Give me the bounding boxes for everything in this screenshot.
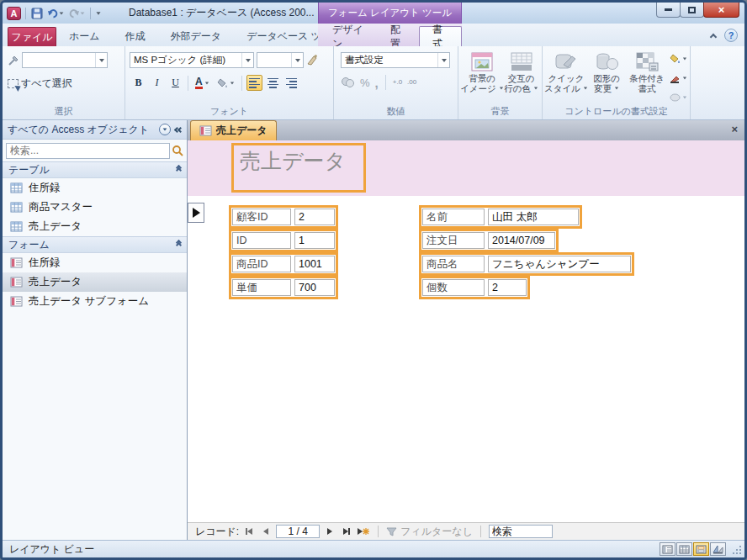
field-label[interactable]: 商品ID <box>232 256 291 272</box>
tab-external-data[interactable]: 外部データ <box>158 27 235 46</box>
nav-section-tables[interactable]: テーブル <box>3 161 187 178</box>
field-label[interactable]: ID <box>232 232 291 249</box>
field-row-shouhinmei[interactable]: 商品名 フニちゃんシャンプー <box>419 252 634 276</box>
help-button[interactable]: ? <box>724 29 738 42</box>
tab-create[interactable]: 作成 <box>113 27 158 46</box>
field-value[interactable]: 2 <box>294 209 335 225</box>
tab-format[interactable]: 書式 <box>419 26 462 46</box>
nav-item-form-juushoroku[interactable]: 住所録 <box>3 253 187 272</box>
tab-file[interactable]: ファイル <box>8 27 56 46</box>
record-search-input[interactable] <box>489 525 553 538</box>
layout-view-button[interactable] <box>693 542 709 556</box>
object-selector-icon <box>8 55 19 66</box>
align-left-button[interactable] <box>246 75 262 91</box>
search-icon[interactable] <box>172 145 183 156</box>
nav-item-form-uriage-subform[interactable]: 売上データ サブフォーム <box>3 292 187 311</box>
tab-design[interactable]: デザイン <box>320 27 378 46</box>
field-value[interactable]: 2 <box>488 279 527 296</box>
field-value[interactable]: 700 <box>294 279 335 296</box>
datasheet-view-button[interactable] <box>676 542 692 556</box>
tab-arrange[interactable]: 配置 <box>378 27 419 46</box>
access-app-icon[interactable]: A <box>7 7 21 20</box>
conditional-formatting-button[interactable]: 条件付き 書式 <box>627 49 667 109</box>
tab-home[interactable]: ホーム <box>56 27 113 46</box>
quick-styles-button[interactable]: クイック スタイル <box>546 49 586 109</box>
document-close-button[interactable]: × <box>731 124 738 135</box>
form-title-control[interactable]: 売上データ <box>231 143 366 193</box>
align-left-icon <box>249 78 260 88</box>
form-view-button[interactable] <box>660 542 675 556</box>
decrease-decimals-icon: .00 <box>407 79 416 86</box>
document-tab-uriage-data[interactable]: 売上データ <box>190 120 277 140</box>
field-row-tanka[interactable]: 単価 700 <box>229 276 338 299</box>
undo-button[interactable] <box>46 6 65 21</box>
field-label[interactable]: 商品名 <box>422 256 485 272</box>
save-button[interactable] <box>30 6 44 21</box>
record-position-box[interactable]: 1 / 4 <box>276 525 320 538</box>
last-record-button[interactable] <box>340 525 353 538</box>
table-icon <box>10 221 23 232</box>
field-value[interactable]: 山田 太郎 <box>488 209 579 225</box>
shape-outline-button[interactable] <box>667 70 690 86</box>
customize-qat-button[interactable] <box>95 6 102 21</box>
underline-button[interactable]: U <box>167 75 183 91</box>
nav-item-table-uriage-data[interactable]: 売上データ <box>3 217 187 236</box>
maximize-button[interactable] <box>680 3 704 18</box>
field-row-shouhin-id[interactable]: 商品ID 1001 <box>229 252 338 276</box>
field-row-chuumonbi[interactable]: 注文日 2014/07/09 <box>419 229 559 252</box>
comma-icon: , <box>375 76 379 90</box>
field-label[interactable]: 単価 <box>232 279 291 296</box>
field-row-id[interactable]: ID 1 <box>229 229 338 252</box>
field-value[interactable]: 2014/07/09 <box>488 232 555 249</box>
field-value[interactable]: フニちゃんシャンプー <box>488 256 631 272</box>
alternate-row-color-button[interactable]: 交互の 行の色 <box>502 49 540 109</box>
resize-grip[interactable] <box>732 545 742 555</box>
field-row-kosuu[interactable]: 個数 2 <box>419 276 530 299</box>
number-format-combo[interactable]: 書式設定 <box>341 52 450 68</box>
previous-record-button[interactable] <box>259 525 273 538</box>
select-all-button[interactable]: すべて選択 <box>8 77 72 91</box>
fill-color-button[interactable] <box>215 75 237 91</box>
field-row-namae[interactable]: 名前 山田 太郎 <box>419 205 582 229</box>
form-icon <box>199 125 212 136</box>
next-record-button[interactable] <box>323 525 336 538</box>
field-value[interactable]: 1001 <box>294 256 335 272</box>
minimize-ribbon-button[interactable] <box>707 30 719 40</box>
close-button[interactable]: × <box>703 3 739 18</box>
nav-item-form-uriage-data[interactable]: 売上データ <box>3 272 187 292</box>
field-row-kokyaku-id[interactable]: 顧客ID 2 <box>229 205 338 229</box>
nav-pane-header[interactable]: すべての Access オブジェクト <box>3 120 187 140</box>
field-label[interactable]: 個数 <box>422 279 485 296</box>
field-label[interactable]: 名前 <box>422 209 485 225</box>
format-painter-icon[interactable] <box>306 54 318 66</box>
object-select-combo[interactable] <box>22 52 108 68</box>
field-label[interactable]: 顧客ID <box>232 209 291 225</box>
nav-search-input[interactable] <box>6 143 170 159</box>
italic-button[interactable]: I <box>149 75 165 91</box>
shape-fill-button[interactable] <box>667 50 690 66</box>
font-name-combo[interactable]: MS Pゴシック (詳細) <box>130 52 254 68</box>
first-record-button[interactable] <box>242 525 256 538</box>
close-icon: × <box>718 3 725 16</box>
nav-section-forms[interactable]: フォーム <box>3 236 187 253</box>
align-right-button[interactable] <box>283 75 299 91</box>
background-image-button[interactable]: 背景の イメージ <box>462 49 502 109</box>
change-shape-button[interactable]: 図形の 変更 <box>586 49 627 109</box>
record-selector[interactable] <box>188 203 204 223</box>
nav-menu-dropdown-icon[interactable] <box>159 124 171 135</box>
field-label[interactable]: 注文日 <box>422 232 485 249</box>
font-size-combo[interactable] <box>257 52 304 68</box>
undo-dropdown[interactable] <box>60 12 64 14</box>
nav-item-table-shouhin-master[interactable]: 商品マスター <box>3 198 187 217</box>
layout-view-icon <box>696 545 707 554</box>
minimize-button[interactable] <box>656 3 681 18</box>
new-record-button[interactable] <box>357 525 370 538</box>
align-center-button[interactable] <box>265 75 281 91</box>
font-color-button[interactable]: A <box>193 75 212 91</box>
shutter-close-icon[interactable] <box>175 128 182 132</box>
field-value[interactable]: 1 <box>294 232 335 249</box>
nav-item-table-juushoroku[interactable]: 住所録 <box>3 178 187 198</box>
record-navigation-bar: レコード: 1 / 4 フィルターなし <box>188 522 744 540</box>
bold-button[interactable]: B <box>130 75 146 91</box>
design-view-button[interactable] <box>710 542 726 556</box>
